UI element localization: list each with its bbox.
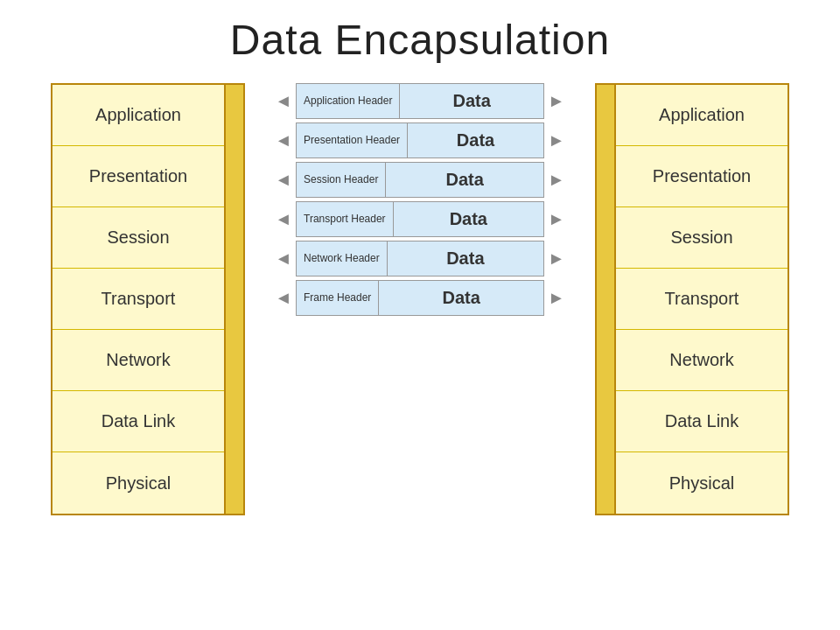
arrow-left-4	[271, 248, 296, 269]
arrow-left-1	[271, 130, 296, 150]
right-layer-session: Session	[616, 207, 788, 269]
arrow-left-3	[271, 209, 296, 229]
encap-box-5: Frame HeaderData	[296, 280, 544, 316]
left-layer-presentation: Presentation	[52, 146, 224, 207]
right-layer-transport: Transport	[616, 269, 788, 330]
encap-box-2: Session HeaderData	[296, 162, 544, 198]
encap-row-0: Application HeaderData	[271, 83, 569, 119]
encap-row-1: Presentation HeaderData	[271, 122, 569, 158]
encap-box-3: Transport HeaderData	[296, 201, 544, 237]
left-layer-application: Application	[52, 85, 224, 146]
encap-row-4: Network HeaderData	[271, 241, 569, 276]
encap-row-5: Frame HeaderData	[271, 280, 569, 316]
arrow-right-5	[544, 288, 569, 308]
right-stack-layers: ApplicationPresentationSessionTransportN…	[614, 83, 789, 515]
right-layer-physical: Physical	[616, 452, 788, 514]
left-layer-physical: Physical	[52, 452, 224, 514]
header-cell-1: Presentation Header	[297, 123, 408, 158]
arrow-right-1	[544, 130, 569, 150]
arrow-right-0	[544, 91, 569, 111]
encap-row-3: Transport HeaderData	[271, 201, 569, 237]
data-cell-4: Data	[388, 242, 543, 276]
left-layer-data-link: Data Link	[52, 391, 224, 452]
header-cell-5: Frame Header	[297, 281, 379, 315]
main-content: ApplicationPresentationSessionTransportN…	[0, 83, 840, 515]
data-cell-1: Data	[408, 123, 543, 158]
arrow-right-2	[544, 170, 569, 190]
left-layer-session: Session	[52, 207, 224, 269]
page-title: Data Encapsulation	[230, 16, 610, 64]
right-osi-stack: ApplicationPresentationSessionTransportN…	[595, 83, 789, 515]
header-cell-3: Transport Header	[297, 202, 394, 236]
data-cell-0: Data	[400, 84, 543, 118]
data-cell-5: Data	[379, 281, 543, 315]
header-cell-2: Session Header	[297, 163, 386, 197]
data-cell-3: Data	[394, 202, 543, 236]
left-osi-stack: ApplicationPresentationSessionTransportN…	[51, 83, 245, 515]
left-layer-transport: Transport	[52, 269, 224, 330]
header-cell-4: Network Header	[297, 242, 388, 276]
left-stack-side	[226, 83, 245, 515]
left-layer-network: Network	[52, 330, 224, 391]
right-layer-presentation: Presentation	[616, 146, 788, 207]
right-layer-application: Application	[616, 85, 788, 146]
arrow-right-3	[544, 209, 569, 229]
encapsulation-area: Application HeaderDataPresentation Heade…	[271, 83, 569, 319]
arrow-left-0	[271, 91, 296, 111]
encap-box-0: Application HeaderData	[296, 83, 544, 119]
header-cell-0: Application Header	[297, 84, 400, 118]
arrow-right-4	[544, 248, 569, 269]
left-stack-layers: ApplicationPresentationSessionTransportN…	[51, 83, 226, 515]
right-stack-side-left	[595, 83, 614, 515]
arrow-left-5	[271, 288, 296, 308]
right-layer-data-link: Data Link	[616, 391, 788, 452]
data-cell-2: Data	[386, 163, 543, 197]
arrow-left-2	[271, 170, 296, 190]
right-layer-network: Network	[616, 330, 788, 391]
encap-box-4: Network HeaderData	[296, 241, 544, 276]
encap-box-1: Presentation HeaderData	[296, 122, 544, 158]
encap-row-2: Session HeaderData	[271, 162, 569, 198]
